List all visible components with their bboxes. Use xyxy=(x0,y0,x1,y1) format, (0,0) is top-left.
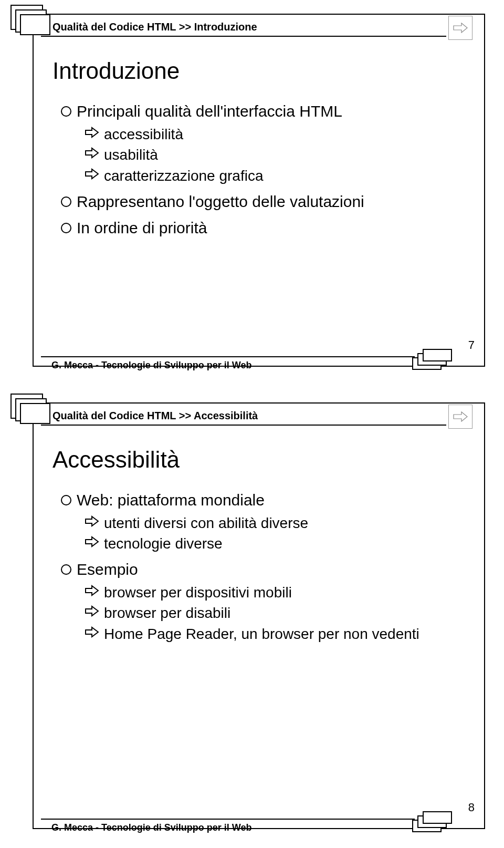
slide-title: Introduzione xyxy=(52,58,180,84)
bullet-level-1: Principali qualità dell'interfaccia HTML xyxy=(59,101,462,122)
corner-decor xyxy=(10,5,49,33)
svg-marker-1 xyxy=(86,128,98,137)
bullet-arrow-icon xyxy=(85,605,99,617)
bullet-text: tecnologie diverse xyxy=(104,535,223,552)
slide-8: Qualità del Codice HTML >> Accessibilità… xyxy=(0,389,504,848)
bullet-text: Web: piattaforma mondiale xyxy=(77,491,265,509)
svg-marker-7 xyxy=(86,586,98,595)
svg-marker-4 xyxy=(454,412,467,421)
bullet-arrow-icon xyxy=(85,536,99,547)
slide-body: Web: piattaforma mondialeutenti diversi … xyxy=(59,484,462,645)
slide-7: Qualità del Codice HTML >> Introduzione … xyxy=(0,0,504,389)
bullet-text: browser per dispositivi mobili xyxy=(104,584,292,601)
bullet-level-2: usabilità xyxy=(86,145,462,165)
bullet-arrow-icon xyxy=(85,626,99,638)
breadcrumb: Qualità del Codice HTML >> Accessibilità xyxy=(52,410,258,422)
bullet-arrow-icon xyxy=(85,585,99,596)
bullet-level-2: utenti diversi con abilità diverse xyxy=(86,513,462,533)
svg-marker-9 xyxy=(86,627,98,637)
footer-text: G. Mecca - Tecnologie di Sviluppo per il… xyxy=(51,360,251,371)
bullet-level-2: tecnologie diverse xyxy=(86,534,462,554)
bullet-level-2: accessibilità xyxy=(86,125,462,144)
svg-marker-0 xyxy=(454,23,467,33)
bullet-text: caratterizzazione grafica xyxy=(104,168,263,184)
bullet-text: browser per disabili xyxy=(104,605,230,621)
page-number: 8 xyxy=(468,801,475,814)
svg-marker-6 xyxy=(86,537,98,546)
bullet-text: Home Page Reader, un browser per non ved… xyxy=(104,626,419,642)
svg-marker-3 xyxy=(86,169,98,179)
footer-decor xyxy=(412,348,449,370)
arrow-right-icon xyxy=(453,23,468,33)
breadcrumb: Qualità del Codice HTML >> Introduzione xyxy=(52,21,257,33)
corner-decor xyxy=(10,394,49,422)
svg-marker-8 xyxy=(86,606,98,616)
footer-rule xyxy=(41,356,415,357)
bullet-level-2: browser per disabili xyxy=(86,603,462,623)
header-rule xyxy=(41,36,446,37)
next-slide-button[interactable] xyxy=(448,405,472,429)
bullet-text: In ordine di priorità xyxy=(77,219,207,236)
footer-decor xyxy=(412,810,449,832)
bullet-arrow-icon xyxy=(85,147,99,159)
bullet-level-1: Rappresentano l'oggetto delle valutazion… xyxy=(59,191,462,213)
bullet-level-2: browser per dispositivi mobili xyxy=(86,583,462,603)
bullet-text: Rappresentano l'oggetto delle valutazion… xyxy=(77,193,364,210)
bullet-text: Principali qualità dell'interfaccia HTML xyxy=(77,102,342,120)
slide-body: Principali qualità dell'interfaccia HTML… xyxy=(59,96,462,241)
header-rule xyxy=(41,425,446,426)
svg-marker-5 xyxy=(86,516,98,526)
bullet-level-1: Web: piattaforma mondiale xyxy=(59,490,462,511)
bullet-arrow-icon xyxy=(85,168,99,180)
svg-marker-2 xyxy=(86,148,98,158)
bullet-text: utenti diversi con abilità diverse xyxy=(104,515,308,531)
bullet-level-1: In ordine di priorità xyxy=(59,218,462,239)
bullet-arrow-icon xyxy=(85,515,99,527)
next-slide-button[interactable] xyxy=(448,16,472,40)
bullet-level-2: caratterizzazione grafica xyxy=(86,166,462,186)
bullet-level-1: Esempio xyxy=(59,559,462,581)
footer-rule xyxy=(41,819,415,820)
bullet-text: Esempio xyxy=(77,561,138,578)
bullet-arrow-icon xyxy=(85,127,99,138)
arrow-right-icon xyxy=(453,411,468,422)
slide-title: Accessibilità xyxy=(52,447,180,473)
bullet-level-2: Home Page Reader, un browser per non ved… xyxy=(86,624,462,644)
bullet-text: usabilità xyxy=(104,147,158,163)
footer-text: G. Mecca - Tecnologie di Sviluppo per il… xyxy=(51,822,251,833)
page-number: 7 xyxy=(468,338,475,352)
bullet-text: accessibilità xyxy=(104,126,183,142)
